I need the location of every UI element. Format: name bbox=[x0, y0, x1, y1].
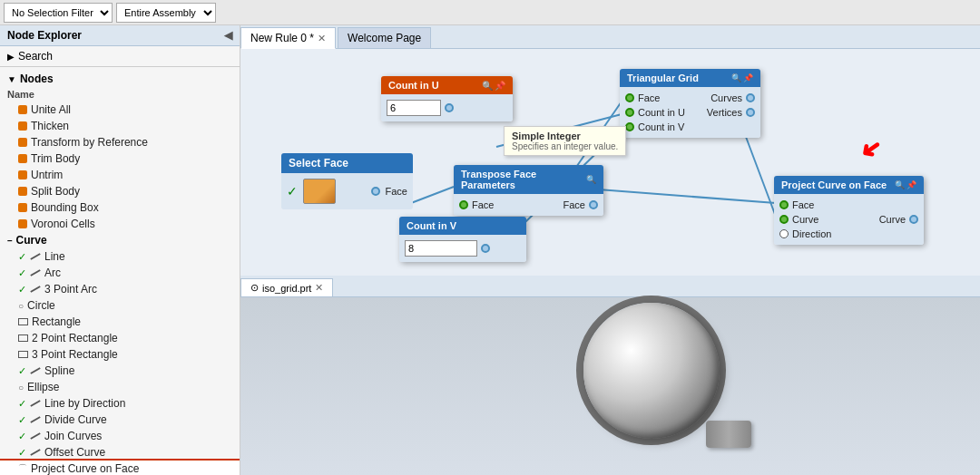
list-item[interactable]: ✓Offset Curve bbox=[0, 444, 240, 460]
search-icon: 🔍 bbox=[586, 175, 596, 184]
triangular-grid-body: Face Curves Count in U Vertices bbox=[620, 87, 760, 138]
3d-scene bbox=[240, 297, 980, 475]
project-face-in-port bbox=[779, 200, 789, 209]
viewport-tab-iso-grid[interactable]: ⊙ iso_grid.prt ✕ bbox=[240, 278, 333, 296]
list-item[interactable]: ✓Line by Direction bbox=[0, 395, 240, 412]
orange-icon bbox=[18, 138, 27, 147]
project-curve-header: Project Curve on Face 🔍 📌 bbox=[774, 176, 924, 194]
3pt-rect-label: 3 Point Rectangle bbox=[32, 348, 118, 361]
port-row: Count in V bbox=[620, 120, 760, 134]
list-item[interactable]: ✓Arc bbox=[0, 265, 240, 281]
curve-section[interactable]: – Curve bbox=[0, 232, 240, 248]
count-v-node[interactable]: Count in V bbox=[399, 217, 526, 262]
collapse-button[interactable]: ◀ bbox=[224, 29, 232, 42]
search-label: Search bbox=[18, 50, 53, 63]
line-by-dir-icon bbox=[30, 400, 40, 407]
port-row: Direction bbox=[774, 227, 924, 241]
list-item[interactable]: ✓Line bbox=[0, 248, 240, 265]
check-icon: ✓ bbox=[18, 447, 26, 459]
curve-expand-icon: – bbox=[7, 236, 13, 246]
port-row: Count in U Vertices bbox=[620, 105, 760, 120]
transpose-node[interactable]: Transpose Face Parameters 🔍 Face Face bbox=[454, 165, 603, 216]
tab-new-rule[interactable]: New Rule 0 * ✕ bbox=[240, 27, 336, 49]
circle-icon: ○ bbox=[18, 301, 24, 311]
curves-output-port bbox=[746, 93, 755, 102]
list-item[interactable]: Transform by Reference bbox=[0, 134, 240, 150]
select-face-title: Select Face bbox=[289, 157, 348, 170]
search-arrow-icon: ▶ bbox=[7, 52, 15, 62]
assembly-dropdown[interactable]: Entire Assembly bbox=[116, 3, 216, 23]
nodes-expand-icon[interactable]: ▼ bbox=[7, 74, 16, 84]
direction-port bbox=[779, 229, 789, 238]
list-item[interactable]: ✓Spline bbox=[0, 363, 240, 379]
orange-icon bbox=[18, 219, 27, 228]
main-layout: Node Explorer ◀ ▶ Search ▼ Nodes Name Un… bbox=[0, 25, 980, 475]
project-curve-out-port bbox=[909, 215, 918, 224]
count-u-input[interactable] bbox=[387, 100, 441, 116]
project-curve-icon: ⌒ bbox=[18, 462, 27, 475]
transpose-face-out-port bbox=[589, 200, 598, 209]
count-u-node[interactable]: Count in U 🔍 📌 bbox=[381, 76, 513, 121]
mirror-handle bbox=[706, 421, 751, 448]
list-item[interactable]: ○Circle bbox=[0, 297, 240, 314]
face-input-port bbox=[625, 93, 634, 102]
count-u-body bbox=[381, 94, 513, 121]
project-curve-out-label: Curve bbox=[879, 214, 906, 225]
count-v-body bbox=[399, 235, 526, 262]
transpose-title: Transpose Face Parameters bbox=[461, 169, 586, 190]
count-v-input[interactable] bbox=[405, 240, 477, 257]
list-item[interactable]: Split Body bbox=[0, 183, 240, 199]
list-item[interactable]: ✓3 Point Arc bbox=[0, 281, 240, 297]
search-node-icon: 🔍 bbox=[731, 73, 741, 82]
list-item-3pt-rect[interactable]: 3 Point Rectangle bbox=[0, 346, 240, 363]
select-face-node[interactable]: Select Face ✓ Face bbox=[281, 153, 413, 209]
count-v-title: Count in V bbox=[407, 220, 456, 231]
mirror-circle bbox=[583, 303, 720, 439]
panel-title: Node Explorer bbox=[7, 29, 82, 42]
vertices-output-port bbox=[746, 108, 755, 117]
triangular-grid-node[interactable]: Triangular Grid 🔍 📌 Face Curves bbox=[620, 69, 760, 138]
list-item[interactable]: ✓Join Curves bbox=[0, 428, 240, 444]
canvas-area[interactable]: Count in U 🔍 📌 Si bbox=[240, 49, 980, 475]
viewport-tab-close-icon[interactable]: ✕ bbox=[315, 282, 323, 294]
pin-icon: 📌 bbox=[906, 180, 916, 189]
list-item[interactable]: Bounding Box bbox=[0, 199, 240, 216]
left-panel: Node Explorer ◀ ▶ Search ▼ Nodes Name Un… bbox=[0, 25, 240, 475]
project-curve-node[interactable]: Project Curve on Face 🔍 📌 Face bbox=[774, 176, 924, 245]
list-item[interactable]: Rectangle bbox=[0, 314, 240, 330]
node-icons: 🔍 bbox=[586, 175, 596, 184]
orange-icon bbox=[18, 154, 27, 163]
list-item[interactable]: Thicken bbox=[0, 118, 240, 134]
top-toolbar: No Selection Filter Entire Assembly bbox=[0, 0, 980, 25]
port-row: Face Curves bbox=[620, 91, 760, 105]
node-graph: Count in U 🔍 📌 Si bbox=[240, 49, 980, 294]
bounding-box-label: Bounding Box bbox=[31, 201, 99, 214]
face-icon bbox=[303, 179, 336, 204]
curves-label: Curves bbox=[710, 92, 742, 103]
face-label: Face bbox=[638, 92, 660, 103]
list-item[interactable]: ✓Divide Curve bbox=[0, 412, 240, 428]
transpose-face-in-port bbox=[459, 200, 468, 209]
select-face-header: Select Face bbox=[281, 153, 413, 173]
vertices-label: Vertices bbox=[707, 107, 742, 118]
count-u-output-port bbox=[445, 103, 454, 112]
list-item-project-curve[interactable]: ⌒ Project Curve on Face bbox=[0, 460, 240, 475]
selection-filter-dropdown[interactable]: No Selection Filter bbox=[4, 3, 113, 23]
viewport-tab-icon: ⊙ bbox=[250, 282, 259, 294]
check-icon: ✓ bbox=[18, 267, 26, 279]
check-icon: ✓ bbox=[18, 251, 26, 263]
list-item[interactable]: Trim Body bbox=[0, 150, 240, 167]
tab-close-icon[interactable]: ✕ bbox=[318, 33, 326, 44]
list-item[interactable]: 2 Point Rectangle bbox=[0, 330, 240, 346]
tab-welcome[interactable]: Welcome Page bbox=[338, 27, 431, 48]
list-item[interactable]: Voronoi Cells bbox=[0, 216, 240, 232]
check-icon: ✓ bbox=[18, 414, 26, 426]
list-item[interactable]: Untrim bbox=[0, 167, 240, 183]
search-section[interactable]: ▶ Search bbox=[0, 46, 240, 67]
search-icon: 🔍 bbox=[895, 180, 905, 189]
list-item[interactable]: Unite All bbox=[0, 102, 240, 118]
port-row bbox=[399, 238, 526, 258]
check-icon: ✓ bbox=[18, 398, 26, 410]
list-item[interactable]: ○Ellipse bbox=[0, 379, 240, 395]
line-icon bbox=[30, 253, 40, 260]
